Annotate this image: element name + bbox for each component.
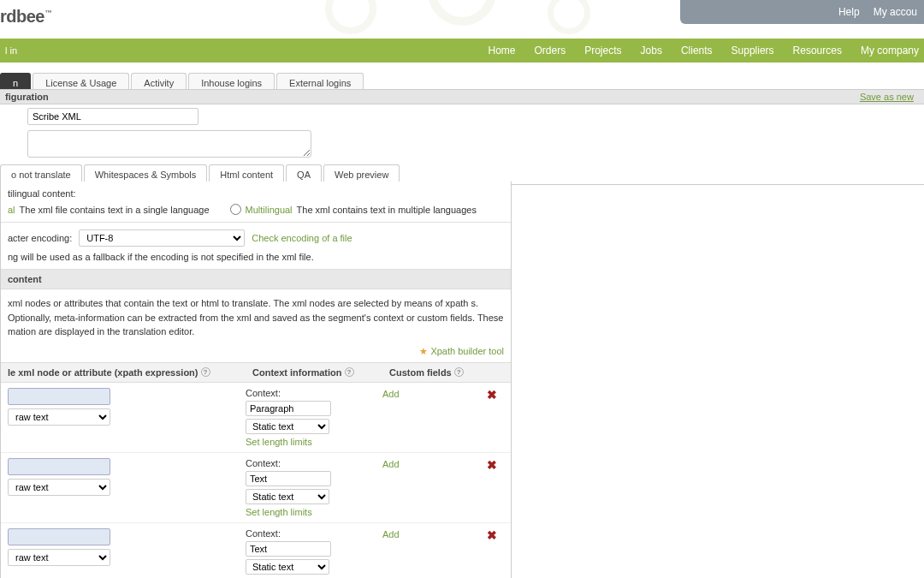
raw-text-select[interactable]: raw text	[8, 549, 110, 566]
nav-resources[interactable]: Resources	[793, 45, 842, 57]
logo: rdbee™	[0, 7, 51, 27]
xpath-node-input[interactable]	[8, 388, 110, 405]
monolingual-desc: The xml file contains text in a single l…	[20, 205, 210, 215]
add-custom-field-link[interactable]: Add	[382, 389, 400, 399]
xpath-tool-row: ★ Xpath builder tool	[1, 346, 511, 362]
config-name-input[interactable]	[27, 108, 198, 125]
page-title: figuration	[5, 92, 49, 102]
multilingual-radio-label: Multilingual	[246, 205, 293, 215]
context-label: Context:	[246, 458, 382, 468]
help-icon[interactable]: ?	[201, 367, 210, 377]
col-context-header: Context information ?	[246, 363, 382, 382]
content-row: raw textContext:Static textSet length li…	[1, 453, 511, 523]
multilingual-desc: The xml contains text in multiple langua…	[297, 205, 477, 215]
config-form	[27, 108, 311, 158]
save-as-new-link[interactable]: Save as new	[860, 92, 914, 102]
config-panel: tilingual content: al The xml file conta…	[0, 182, 512, 578]
nav-home[interactable]: Home	[488, 45, 515, 57]
set-length-limits-link[interactable]: Set length limits	[246, 507, 382, 517]
xpath-node-input[interactable]	[8, 458, 110, 475]
context-type-select[interactable]: Static text	[246, 419, 329, 434]
col-custom-fields-header: Custom fields ?	[382, 363, 511, 382]
content-row: raw textContext:Static textSet length li…	[1, 523, 511, 579]
nav-suppliers[interactable]: Suppliers	[732, 45, 774, 57]
nav-jobs[interactable]: Jobs	[641, 45, 662, 57]
encoding-select[interactable]: UTF-8	[79, 229, 245, 247]
content-row: raw textContext:Static textSet length li…	[1, 383, 511, 453]
context-type-select[interactable]: Static text	[246, 559, 329, 575]
xpath-node-input[interactable]	[8, 528, 110, 545]
context-label: Context:	[246, 528, 382, 539]
background-decoration	[325, 0, 650, 43]
context-type-select[interactable]: Static text	[246, 489, 329, 504]
encoding-section: acter encoding: UTF-8 Check encoding of …	[1, 223, 511, 270]
add-custom-field-link[interactable]: Add	[382, 459, 400, 469]
context-label: Context:	[246, 388, 382, 398]
raw-text-select[interactable]: raw text	[8, 479, 110, 496]
help-icon[interactable]: ?	[345, 367, 354, 377]
encoding-label: acter encoding:	[8, 233, 72, 243]
main-nav: l in Home Orders Projects Jobs Clients S…	[0, 39, 924, 63]
remove-row-icon[interactable]: ✖	[487, 458, 497, 472]
context-value-input[interactable]	[246, 471, 331, 486]
top-bar: Help My accou	[680, 0, 924, 24]
my-account-link[interactable]: My accou	[874, 6, 917, 18]
config-description-textarea[interactable]	[27, 130, 311, 158]
multilingual-radio[interactable]	[230, 204, 241, 215]
multilingual-section: tilingual content: al The xml file conta…	[1, 182, 511, 223]
raw-text-select[interactable]: raw text	[8, 408, 110, 426]
set-length-limits-link[interactable]: Set length limits	[246, 437, 382, 447]
nav-projects[interactable]: Projects	[584, 45, 621, 57]
remove-row-icon[interactable]: ✖	[487, 388, 497, 402]
help-link[interactable]: Help	[838, 6, 860, 18]
nav-clients[interactable]: Clients	[681, 45, 713, 57]
nav-left-text: l in	[5, 45, 17, 56]
nav-orders[interactable]: Orders	[534, 45, 566, 57]
content-section-header: content	[1, 270, 511, 289]
monolingual-radio-label: al	[8, 205, 15, 215]
col-xpath-header: le xml node or attribute (xpath expressi…	[1, 363, 246, 382]
help-icon[interactable]: ?	[454, 367, 464, 377]
page-header-bar: figuration Save as new	[0, 89, 924, 104]
context-value-input[interactable]	[246, 401, 331, 416]
star-icon: ★	[419, 346, 428, 356]
content-table-header: le xml node or attribute (xpath expressi…	[1, 362, 511, 383]
multilingual-title: tilingual content:	[8, 188, 504, 199]
content-description: xml nodes or attributes that contain the…	[1, 289, 511, 346]
nav-my-company[interactable]: My company	[861, 45, 919, 57]
context-value-input[interactable]	[246, 541, 331, 557]
encoding-note: ng will be used as a fallback if the enc…	[8, 252, 504, 262]
check-encoding-link[interactable]: Check encoding of a file	[252, 233, 352, 243]
remove-row-icon[interactable]: ✖	[487, 528, 497, 542]
xpath-builder-link[interactable]: Xpath builder tool	[430, 346, 504, 356]
add-custom-field-link[interactable]: Add	[382, 529, 400, 539]
